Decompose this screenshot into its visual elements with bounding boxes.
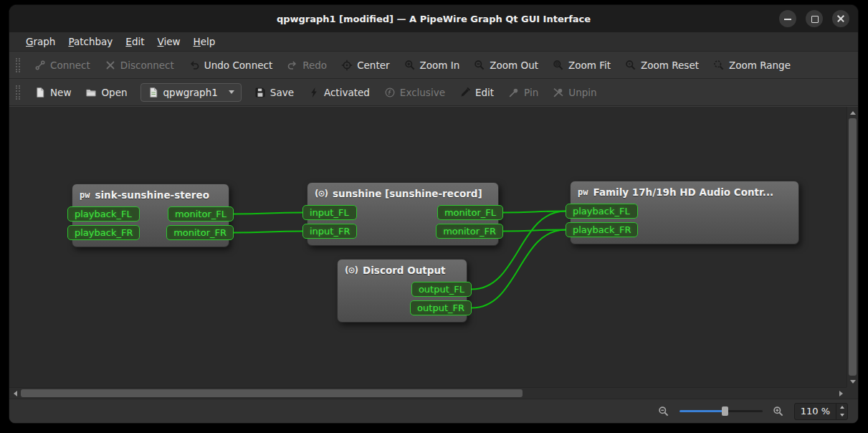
zoom-spinbox[interactable]: 110 % <box>794 403 848 420</box>
unpin-icon <box>553 87 564 98</box>
connect-button[interactable]: Connect <box>28 56 97 75</box>
scroll-down-icon[interactable] <box>847 376 858 387</box>
port-discord-output-output_FR[interactable]: output_FR <box>410 300 472 315</box>
minimize-button[interactable] <box>779 10 796 27</box>
vertical-scrollbar-thumb[interactable] <box>849 118 857 376</box>
exclusive-button[interactable]: Exclusive <box>378 83 452 102</box>
toolbar-patchbay: New Open qpwgraph1 Save Activated Exclus… <box>9 79 858 106</box>
edit-button[interactable]: Edit <box>453 83 500 102</box>
activated-label: Activated <box>324 87 370 98</box>
port-family-audio-playback_FR[interactable]: playback_FR <box>566 222 638 237</box>
zoom-reset-icon <box>625 60 636 71</box>
port-sunshine-monitor_FR[interactable]: monitor_FR <box>436 224 503 239</box>
menu-help[interactable]: Help <box>187 33 222 50</box>
zoom-slider-thumb[interactable] <box>722 406 728 416</box>
node-header: sunshine [sunshine-record] <box>307 183 498 203</box>
statusbar: 110 % <box>9 399 858 423</box>
pin-button[interactable]: Pin <box>502 83 545 102</box>
zoom-out-icon[interactable] <box>658 406 669 417</box>
close-button[interactable] <box>832 10 849 27</box>
output-ports: output_FLoutput_FR <box>410 282 467 315</box>
node-header: sink-sunshine-stereo <box>72 184 229 204</box>
chevron-down-icon <box>229 90 234 94</box>
menu-view[interactable]: View <box>151 33 187 50</box>
graph-node-sunshine[interactable]: sunshine [sunshine-record]input_FLinput_… <box>307 182 499 246</box>
maximize-button[interactable] <box>806 10 823 27</box>
connect-label: Connect <box>50 60 90 71</box>
port-sink-sunshine-stereo-playback_FR[interactable]: playback_FR <box>67 225 140 240</box>
zoom-slider[interactable] <box>679 405 763 417</box>
disconnect-icon <box>105 60 116 71</box>
edit-label: Edit <box>475 87 494 98</box>
titlebar[interactable]: qpwgraph1 [modified] — A PipeWire Graph … <box>9 5 858 32</box>
port-sunshine-input_FL[interactable]: input_FL <box>302 205 357 220</box>
activated-button[interactable]: Activated <box>302 83 376 102</box>
zoom-in-icon <box>404 60 416 71</box>
zoom-slider-fill <box>679 410 725 412</box>
patchbay-combo-value: qpwgraph1 <box>163 87 218 98</box>
window-controls <box>779 10 849 27</box>
open-button[interactable]: Open <box>79 83 133 102</box>
patchbay-document-icon <box>148 87 159 98</box>
toolbar-handle[interactable] <box>16 85 20 100</box>
pin-icon <box>508 87 520 98</box>
port-sink-sunshine-stereo-monitor_FL[interactable]: monitor_FL <box>168 206 234 222</box>
patchbay-combobox[interactable]: qpwgraph1 <box>140 83 242 102</box>
zoom-in-button[interactable]: Zoom In <box>398 56 467 75</box>
spin-down-icon[interactable] <box>836 411 847 419</box>
unpin-button[interactable]: Unpin <box>546 83 603 102</box>
node-header: Discord Output <box>338 260 467 280</box>
input-ports: input_FLinput_FR <box>307 205 357 239</box>
zoom-range-button[interactable]: Zoom Range <box>707 56 797 75</box>
undo-connect-label: Undo Connect <box>204 60 272 71</box>
save-icon <box>254 87 266 98</box>
undo-icon <box>189 60 200 71</box>
port-sink-sunshine-stereo-monitor_FR[interactable]: monitor_FR <box>166 225 234 240</box>
zoom-reset-label: Zoom Reset <box>641 60 699 71</box>
node-ports: output_FLoutput_FR <box>338 280 467 322</box>
graph-node-discord-output[interactable]: Discord Outputoutput_FLoutput_FR <box>337 259 467 323</box>
zoom-in-icon[interactable] <box>773 406 784 417</box>
new-button[interactable]: New <box>28 83 77 102</box>
save-button[interactable]: Save <box>248 83 300 102</box>
wire-sunshine.monitor_FR-to-family-audio.playback_FR[interactable] <box>503 230 566 232</box>
menubar: Graph Patchbay Edit View Help <box>9 32 858 52</box>
menu-graph[interactable]: Graph <box>19 33 62 50</box>
toolbar-handle[interactable] <box>16 58 20 72</box>
port-sunshine-monitor_FL[interactable]: monitor_FL <box>437 205 503 220</box>
scroll-right-icon[interactable] <box>835 388 846 399</box>
graph-node-sink-sunshine-stereo[interactable]: sink-sunshine-stereoplayback_FLplayback_… <box>72 184 229 247</box>
wire-sink-sunshine-stereo.monitor_FR-to-sunshine.input_FR[interactable] <box>234 232 302 233</box>
toolbar-graph: Connect Disconnect Undo Connect Redo Cen… <box>9 52 858 79</box>
center-button[interactable]: Center <box>335 56 396 75</box>
port-sink-sunshine-stereo-playback_FL[interactable]: playback_FL <box>67 206 140 222</box>
horizontal-scrollbar-thumb[interactable] <box>21 389 523 397</box>
zoom-out-button[interactable]: Zoom Out <box>467 56 545 75</box>
scrollbar-corner <box>846 387 858 399</box>
port-discord-output-output_FL[interactable]: output_FL <box>411 282 472 297</box>
scroll-left-icon[interactable] <box>9 388 21 399</box>
menu-patchbay[interactable]: Patchbay <box>62 33 119 50</box>
zoom-out-label: Zoom Out <box>490 60 538 71</box>
graph-canvas-area: sink-sunshine-stereoplayback_FLplayback_… <box>9 106 858 399</box>
zoom-fit-button[interactable]: Zoom Fit <box>546 56 617 75</box>
undo-connect-button[interactable]: Undo Connect <box>182 56 279 75</box>
port-sunshine-input_FR[interactable]: input_FR <box>302 224 357 239</box>
horizontal-scrollbar[interactable] <box>9 387 846 399</box>
redo-button[interactable]: Redo <box>280 56 333 75</box>
unpin-label: Unpin <box>568 87 596 98</box>
vertical-scrollbar[interactable] <box>846 107 858 387</box>
zoom-reset-button[interactable]: Zoom Reset <box>619 56 705 75</box>
port-family-audio-playback_FL[interactable]: playback_FL <box>566 204 638 219</box>
node-ports: playback_FLplayback_FRmonitor_FLmonitor_… <box>72 204 229 247</box>
scroll-up-icon[interactable] <box>847 107 858 118</box>
zoom-value[interactable]: 110 % <box>795 404 836 419</box>
graph-canvas[interactable]: sink-sunshine-stereoplayback_FLplayback_… <box>9 107 846 387</box>
graph-node-family-audio[interactable]: Family 17h/19h HD Audio Contr...playback… <box>570 181 799 244</box>
spin-up-icon[interactable] <box>836 404 847 411</box>
menu-edit[interactable]: Edit <box>119 33 151 50</box>
wire-sink-sunshine-stereo.monitor_FL-to-sunshine.input_FL[interactable] <box>234 213 302 214</box>
app-window: qpwgraph1 [modified] — A PipeWire Graph … <box>9 5 858 423</box>
wire-sunshine.monitor_FL-to-family-audio.playback_FL[interactable] <box>503 211 566 213</box>
disconnect-button[interactable]: Disconnect <box>98 56 181 75</box>
